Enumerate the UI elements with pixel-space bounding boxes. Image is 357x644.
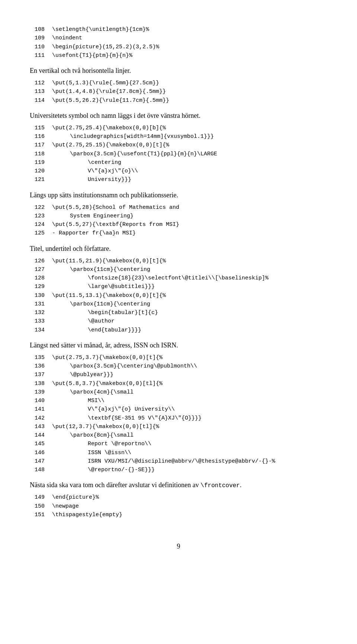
- line-num-112: 112: [30, 79, 45, 87]
- line-num-140: 140: [30, 397, 45, 405]
- code-line-142: 142 \textbf{SE-351 95 V\"{A}XJ\"{O}}}}: [30, 414, 327, 423]
- line-num-136: 136: [30, 362, 45, 370]
- code-line-111: 111 \usefont{T1}{ptm}{m}{n}%: [30, 51, 327, 60]
- line-content-110: \begin{picture}(15,25.2)(3,2.5)%: [52, 43, 159, 51]
- line-content-122: \put(5.5,28){School of Mathematics and: [52, 203, 179, 212]
- code-line-144: 144 \parbox{8cm}{\small: [30, 431, 327, 440]
- line-num-137: 137: [30, 370, 45, 379]
- line-content-124: \put(5.5,27){\textbf{Reports from MSI}: [52, 220, 179, 229]
- line-content-137: \@publyear}}}: [52, 370, 113, 379]
- line-content-123: System Engineering}: [52, 212, 134, 220]
- code-line-109: 109 \noindent: [30, 34, 327, 42]
- line-content-138: \put(5.8,3.7){\makebox(0,0)[tl]{%: [52, 379, 163, 388]
- prose-6-text-after: .: [240, 481, 242, 489]
- line-num-138: 138: [30, 379, 45, 388]
- line-num-122: 122: [30, 203, 45, 212]
- code-line-132: 132 \begin{tabular}[t]{c}: [30, 308, 327, 317]
- code-line-135: 135 \put(2.75,3.7){\makebox(0,0)[t]{%: [30, 353, 327, 362]
- line-content-149: \end{picture}%: [52, 493, 99, 502]
- line-num-134: 134: [30, 326, 45, 334]
- line-content-115: \put(2.75,25.4){\makebox(0,0)[b]{%: [52, 124, 166, 132]
- code-line-127: 127 \parbox{11cm}{\centering: [30, 265, 327, 274]
- code-line-131: 131 \parbox{11cm}{\centering: [30, 300, 327, 308]
- code-line-110: 110 \begin{picture}(15,25.2)(3,2.5)%: [30, 43, 327, 51]
- line-num-147: 147: [30, 457, 45, 466]
- code-line-123: 123 System Engineering}: [30, 212, 327, 220]
- line-num-108: 108: [30, 25, 45, 34]
- code-line-145: 145 Report \@reportno\\: [30, 440, 327, 448]
- line-num-135: 135: [30, 353, 45, 362]
- line-content-132: \begin{tabular}[t]{c}: [52, 308, 158, 317]
- line-content-126: \put(11.5,21.9){\makebox(0,0)[t]{%: [52, 257, 166, 265]
- line-num-119: 119: [30, 158, 45, 167]
- line-num-151: 151: [30, 511, 45, 519]
- line-content-144: \parbox{8cm}{\small: [52, 431, 134, 440]
- line-content-141: V\"{a}xj\"{o} University\\: [52, 405, 175, 414]
- code-line-119: 119 \centering: [30, 158, 327, 167]
- line-content-150: \newpage: [52, 502, 79, 511]
- prose-2: Universitetets symbol och namn läggs i d…: [30, 111, 327, 121]
- code-line-117: 117 \put(2.75,25.15){\makebox(0,0)[t]{%: [30, 141, 327, 149]
- code-line-128: 128 \fontsize{18}{23}\selectfont\@titlei…: [30, 274, 327, 282]
- line-num-126: 126: [30, 257, 45, 265]
- code-line-108: 108 \setlength{\unitlength}{1cm}%: [30, 25, 327, 34]
- line-content-117: \put(2.75,25.15){\makebox(0,0)[t]{%: [52, 141, 169, 149]
- line-content-114: \put(5.5,26.2){\rule{11.7cm}{.5mm}}: [52, 96, 169, 105]
- code-line-151: 151 \thispagestyle{empty}: [30, 511, 327, 519]
- line-content-125: - Rapporter fr{\aa}n MSI}: [52, 229, 136, 237]
- line-num-129: 129: [30, 282, 45, 291]
- line-content-121: University}}}: [52, 175, 131, 184]
- prose-5: Längst ned sätter vi månad, år, adress, …: [30, 340, 327, 350]
- code-line-121: 121 University}}}: [30, 175, 327, 184]
- code-line-147: 147 ISRN VXU/MSI/\@discipline@abbrv/\@th…: [30, 457, 327, 466]
- code-line-122: 122 \put(5.5,28){School of Mathematics a…: [30, 203, 327, 212]
- code-line-125: 125 - Rapporter fr{\aa}n MSI}: [30, 229, 327, 237]
- line-content-139: \parbox{4cm}{\small: [52, 388, 134, 397]
- line-num-115: 115: [30, 124, 45, 132]
- code-line-114: 114 \put(5.5,26.2){\rule{11.7cm}{.5mm}}: [30, 96, 327, 105]
- code-line-126: 126 \put(11.5,21.9){\makebox(0,0)[t]{%: [30, 257, 327, 265]
- code-line-130: 130 \put(11.5,13.1){\makebox(0,0)[t]{%: [30, 291, 327, 300]
- code-line-133: 133 \@author: [30, 317, 327, 326]
- line-num-109: 109: [30, 34, 45, 42]
- code-line-140: 140 MSI\\: [30, 397, 327, 405]
- line-content-145: Report \@reportno\\: [52, 440, 151, 448]
- line-num-120: 120: [30, 167, 45, 175]
- prose-6-code: \frontcover: [200, 482, 240, 489]
- code-line-148: 148 \@reportno/-{}-SE}}}: [30, 466, 327, 474]
- line-num-113: 113: [30, 87, 45, 96]
- line-content-130: \put(11.5,13.1){\makebox(0,0)[t]{%: [52, 291, 166, 300]
- code-block-4: 122 \put(5.5,28){School of Mathematics a…: [30, 203, 327, 238]
- line-num-116: 116: [30, 132, 45, 141]
- code-line-120: 120 V\"{a}xj\"{o}\\: [30, 167, 327, 175]
- line-content-140: MSI\\: [52, 397, 104, 405]
- code-line-124: 124 \put(5.5,27){\textbf{Reports from MS…: [30, 220, 327, 229]
- code-block-6: 135 \put(2.75,3.7){\makebox(0,0)[t]{% 13…: [30, 353, 327, 475]
- line-num-128: 128: [30, 274, 45, 282]
- line-num-148: 148: [30, 466, 45, 474]
- line-content-148: \@reportno/-{}-SE}}}: [52, 466, 155, 474]
- line-num-117: 117: [30, 141, 45, 149]
- line-content-142: \textbf{SE-351 95 V\"{A}XJ\"{O}}}}: [52, 414, 202, 423]
- line-content-118: \parbox{3.5cm}{\usefont{T1}{ppl}{m}{n}\L…: [52, 150, 217, 158]
- line-num-145: 145: [30, 440, 45, 448]
- code-block-5: 126 \put(11.5,21.9){\makebox(0,0)[t]{% 1…: [30, 257, 327, 334]
- line-num-150: 150: [30, 502, 45, 511]
- line-content-147: ISRN VXU/MSI/\@discipline@abbrv/\@thesis…: [52, 457, 279, 466]
- prose-4: Titel, undertitel och författare.: [30, 244, 327, 254]
- line-num-110: 110: [30, 43, 45, 51]
- line-num-141: 141: [30, 405, 45, 414]
- line-num-139: 139: [30, 388, 45, 397]
- prose-6: Nästa sida ska vara tom och därefter avs…: [30, 480, 327, 490]
- line-content-151: \thispagestyle{empty}: [52, 511, 122, 519]
- line-content-129: \large\@subtitlei}}}: [52, 282, 155, 291]
- line-num-131: 131: [30, 300, 45, 308]
- code-line-118: 118 \parbox{3.5cm}{\usefont{T1}{ppl}{m}{…: [30, 150, 327, 158]
- code-block-2: 112 \put(5,1.3){\rule{.5mm}{27.5cm}} 113…: [30, 79, 327, 105]
- line-content-136: \parbox{3.5cm}{\centering\@publmonth\\: [52, 362, 197, 370]
- line-num-121: 121: [30, 175, 45, 184]
- line-content-119: \centering: [52, 158, 121, 167]
- code-line-150: 150 \newpage: [30, 502, 327, 511]
- line-content-133: \@author: [52, 317, 115, 326]
- line-content-146: ISSN \@issn\\: [52, 449, 131, 457]
